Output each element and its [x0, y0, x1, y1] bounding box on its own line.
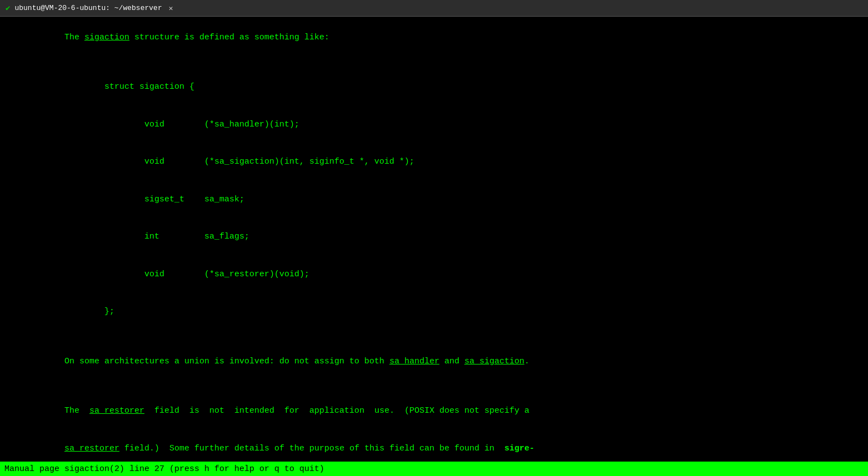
content-line: struct sigaction { — [0, 69, 868, 107]
content-line: void (*sa_handler)(int); — [0, 106, 868, 144]
empty-line — [0, 381, 868, 393]
content-line: The sa_restorer field is not intended fo… — [0, 393, 868, 431]
content-line: sa_restorer field.) Some further details… — [0, 430, 868, 462]
status-text: Manual page sigaction(2) line 27 (press … — [4, 464, 324, 474]
content-line: sigset_t sa_mask; — [0, 181, 868, 219]
empty-line — [0, 331, 868, 343]
terminal-icon: ✔ — [6, 3, 10, 13]
window-title: ubuntu@VM-20-6-ubuntu: ~/webserver — [14, 4, 162, 12]
content-line: On some architectures a union is involve… — [0, 343, 868, 381]
content-line: void (*sa_restorer)(void); — [0, 256, 868, 293]
content-line: }; — [0, 293, 868, 331]
content-line: void (*sa_sigaction)(int, siginfo_t *, v… — [0, 144, 868, 181]
title-bar: ✔ ubuntu@VM-20-6-ubuntu: ~/webserver ✕ — [0, 0, 868, 17]
content-line: The sigaction structure is defined as so… — [0, 19, 868, 57]
close-button[interactable]: ✕ — [169, 4, 173, 13]
terminal-body: The sigaction structure is defined as so… — [0, 17, 868, 462]
content-line: int sa_flags; — [0, 219, 868, 256]
status-bar: Manual page sigaction(2) line 27 (press … — [0, 462, 868, 476]
empty-line — [0, 57, 868, 69]
